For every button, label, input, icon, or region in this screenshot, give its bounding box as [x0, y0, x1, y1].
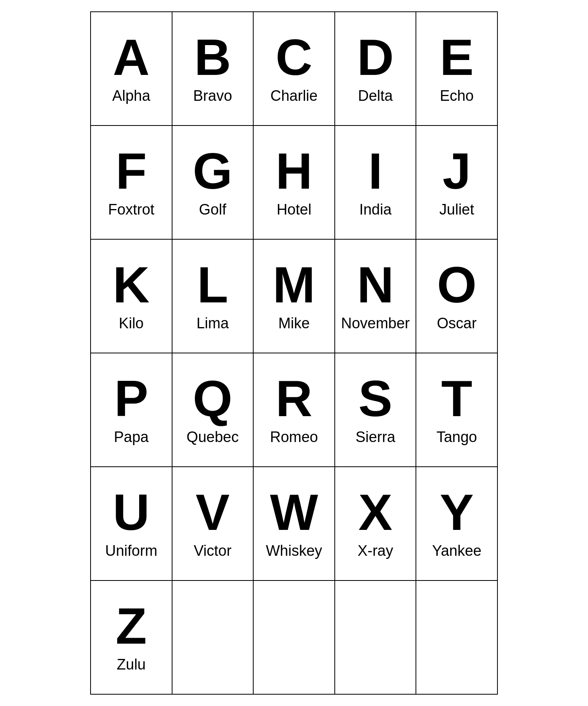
cell-t: TTango	[416, 353, 498, 467]
cell-s: SSierra	[335, 353, 417, 467]
name-a: Alpha	[112, 87, 150, 104]
name-s: Sierra	[356, 429, 395, 446]
cell-i: IIndia	[335, 126, 417, 240]
letter-d: D	[357, 29, 394, 86]
letter-o: O	[437, 257, 477, 313]
letter-v: V	[196, 484, 230, 540]
cell-l: LLima	[172, 240, 254, 353]
letter-s: S	[358, 371, 392, 427]
name-p: Papa	[114, 429, 149, 446]
cell-z: ZZulu	[91, 581, 172, 695]
cell-y: YYankee	[416, 467, 498, 581]
name-z: Zulu	[117, 656, 146, 673]
letter-h: H	[276, 143, 312, 199]
name-y: Yankee	[432, 542, 481, 559]
cell-a: AAlpha	[91, 12, 172, 126]
letter-p: P	[114, 371, 148, 427]
letter-n: N	[357, 257, 394, 313]
name-e: Echo	[440, 87, 474, 104]
cell-u: UUniform	[91, 467, 172, 581]
letter-i: I	[368, 143, 383, 199]
alphabet-grid: AAlphaBBravoCCharlieDDeltaEEchoFFoxtrotG…	[90, 11, 498, 695]
letter-x: X	[358, 484, 392, 540]
name-l: Lima	[196, 315, 229, 332]
letter-b: B	[194, 29, 231, 86]
letter-q: Q	[193, 371, 232, 427]
letter-z: Z	[116, 598, 147, 654]
name-m: Mike	[278, 315, 310, 332]
name-d: Delta	[358, 87, 393, 104]
cell-k: KKilo	[91, 240, 172, 353]
letter-e: E	[440, 29, 474, 86]
empty-cell-2	[335, 581, 417, 695]
cell-d: DDelta	[335, 12, 417, 126]
cell-v: VVictor	[172, 467, 254, 581]
name-q: Quebec	[187, 429, 239, 446]
name-c: Charlie	[270, 87, 318, 104]
letter-w: W	[270, 484, 318, 540]
letter-y: Y	[440, 484, 474, 540]
name-x: X-ray	[358, 542, 393, 559]
letter-r: R	[276, 371, 312, 427]
letter-f: F	[116, 143, 147, 199]
name-w: Whiskey	[266, 542, 322, 559]
name-u: Uniform	[105, 542, 157, 559]
cell-n: NNovember	[335, 240, 417, 353]
letter-m: M	[273, 257, 315, 313]
cell-q: QQuebec	[172, 353, 254, 467]
name-n: November	[341, 315, 410, 332]
cell-c: CCharlie	[254, 12, 335, 126]
letter-l: L	[197, 257, 228, 313]
letter-t: T	[441, 371, 472, 427]
letter-g: G	[193, 143, 232, 199]
name-t: Tango	[436, 429, 477, 446]
cell-g: GGolf	[172, 126, 254, 240]
name-i: India	[359, 201, 391, 218]
cell-m: MMike	[254, 240, 335, 353]
cell-j: JJuliet	[416, 126, 498, 240]
name-f: Foxtrot	[108, 201, 154, 218]
letter-c: C	[276, 29, 312, 86]
name-v: Victor	[194, 542, 231, 559]
empty-cell-1	[254, 581, 335, 695]
name-b: Bravo	[193, 87, 232, 104]
cell-h: HHotel	[254, 126, 335, 240]
name-k: Kilo	[119, 315, 143, 332]
cell-b: BBravo	[172, 12, 254, 126]
empty-cell-0	[172, 581, 254, 695]
cell-r: RRomeo	[254, 353, 335, 467]
name-h: Hotel	[277, 201, 312, 218]
cell-x: XX-ray	[335, 467, 417, 581]
empty-cell-3	[416, 581, 498, 695]
name-g: Golf	[199, 201, 227, 218]
cell-o: OOscar	[416, 240, 498, 353]
name-o: Oscar	[437, 315, 477, 332]
name-r: Romeo	[270, 429, 318, 446]
letter-k: K	[113, 257, 150, 313]
name-j: Juliet	[439, 201, 474, 218]
letter-a: A	[113, 29, 150, 86]
letter-j: J	[443, 143, 471, 199]
cell-w: WWhiskey	[254, 467, 335, 581]
cell-e: EEcho	[416, 12, 498, 126]
cell-p: PPapa	[91, 353, 172, 467]
cell-f: FFoxtrot	[91, 126, 172, 240]
letter-u: U	[113, 484, 150, 540]
